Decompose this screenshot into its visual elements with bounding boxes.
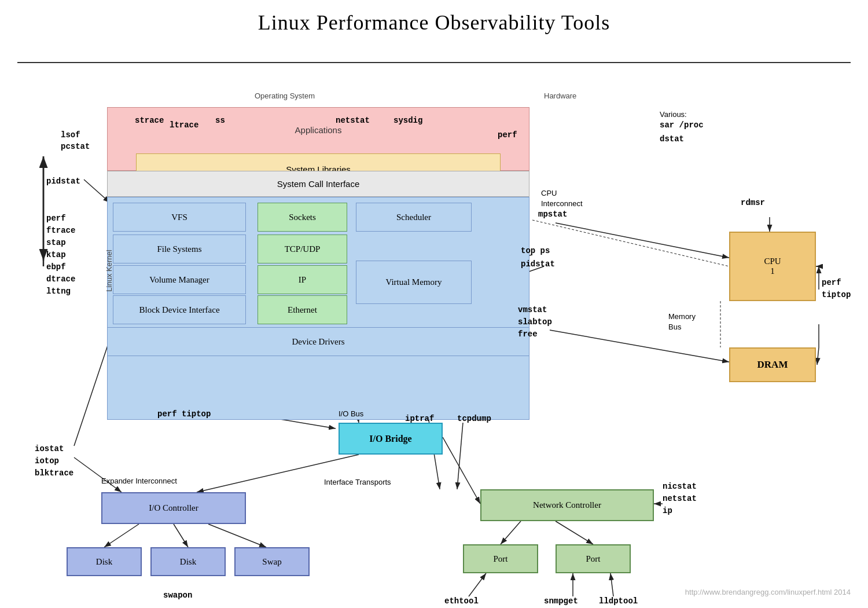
dtrace-l: dtrace (46, 273, 75, 285)
various-label: Various: (660, 110, 687, 119)
sar-proc-label: sar /proc (660, 120, 704, 130)
disk1-box: Disk (67, 547, 142, 576)
svg-line-37 (501, 521, 521, 544)
watermark: http://www.brendangregg.com/linuxperf.ht… (685, 588, 851, 596)
top-ps-label: top ps (521, 246, 550, 255)
port1-box: Port (463, 544, 538, 573)
swap-box: Swap (234, 547, 310, 576)
svg-line-21 (556, 223, 729, 258)
iostat-label: iostat (35, 444, 64, 453)
ebpf-l: ebpf (46, 261, 75, 273)
pcstat-label: pcstat (61, 142, 90, 151)
tcpudp-box: TCP/UDP (258, 235, 347, 263)
netstat-label: netstat (336, 116, 370, 125)
scheduler-box: Scheduler (356, 203, 472, 232)
cpu-box: CPU 1 (729, 232, 816, 301)
file-systems-box: File Systems (113, 235, 246, 263)
hardware-section-label: Hardware (544, 91, 576, 100)
lldptool-label: lldptool (599, 596, 638, 606)
dram-box: DRAM (729, 347, 816, 382)
snmpget-label: snmpget (544, 596, 578, 606)
svg-line-46 (532, 220, 729, 266)
svg-line-9 (84, 180, 110, 203)
os-section-label: Operating System (255, 91, 315, 100)
ktap-l: ktap (46, 249, 75, 261)
swapon-label: swapon (163, 591, 192, 600)
slabtop-label: slabtop (518, 317, 552, 327)
free-label: free (518, 329, 538, 339)
svg-line-33 (174, 524, 188, 547)
ip-tool-label: ip (663, 506, 672, 515)
memory-bus-label: Memory Bus (668, 312, 696, 332)
svg-line-44 (610, 573, 613, 596)
applications-label: Applications (295, 125, 342, 135)
vfs-box: VFS (113, 203, 246, 232)
svg-line-42 (469, 573, 486, 596)
disk2-box: Disk (150, 547, 226, 576)
dstat-label: dstat (660, 134, 684, 144)
iotop-label: iotop (35, 456, 59, 466)
io-bridge-box: I/O Bridge (339, 423, 443, 455)
mpstat-label: mpstat (538, 210, 567, 219)
perf-right-label: perf (498, 130, 517, 140)
svg-line-34 (208, 524, 266, 547)
interface-transports-label: Interface Transports (324, 478, 391, 486)
ethernet-box: Ethernet (258, 295, 347, 324)
ftrace-l: ftrace (46, 225, 75, 237)
svg-line-31 (197, 455, 359, 492)
syscall-label: System Call Interface (108, 171, 529, 196)
nicstat-label: nicstat (663, 482, 697, 491)
port2-box: Port (556, 544, 631, 573)
rdmsr-label: rdmsr (741, 198, 765, 207)
svg-line-41 (457, 423, 463, 489)
strace-label: strace (135, 116, 164, 125)
linux-kernel-label: Linux Kernel (105, 250, 113, 291)
diagram: Operating System Hardware Applications S… (0, 41, 868, 608)
ip-box: IP (258, 265, 347, 294)
tcpdump-label: tcpdump (457, 414, 491, 423)
pidstat2-label: pidstat (521, 259, 555, 269)
network-controller-box: Network Controller (480, 489, 654, 521)
block-device-interface-box: Block Device Interface (113, 295, 246, 324)
svg-line-27 (817, 347, 819, 365)
lsof-label: lsof (61, 130, 80, 140)
lttng-l: lttng (46, 285, 75, 298)
volume-manager-box: Volume Manager (113, 265, 246, 294)
io-bus-label: I/O Bus (339, 409, 363, 418)
svg-line-32 (104, 524, 139, 547)
device-drivers-box: Device Drivers (107, 327, 529, 356)
pidstat-label: pidstat (46, 177, 80, 186)
perf-tiptop-label: perf tiptop (157, 409, 211, 419)
svg-line-35 (74, 457, 122, 492)
sockets-box: Sockets (258, 203, 347, 232)
svg-line-38 (556, 521, 593, 544)
page-title: Linux Performance Observability Tools (0, 0, 868, 41)
netstat2-label: netstat (663, 494, 697, 503)
iptraf-label: iptraf (405, 414, 434, 423)
expander-interconnect-label: Expander Interconnect (101, 477, 177, 485)
svg-line-25 (550, 330, 729, 362)
stap-l: stap (46, 237, 75, 249)
blktrace-label: blktrace (35, 468, 73, 478)
svg-line-30 (443, 437, 480, 504)
cpu-interconnect-label: CPU Interconnect (541, 188, 583, 209)
ethtool-label: ethtool (444, 596, 479, 606)
perf-ftrace-block: perf ftrace stap ktap ebpf dtrace lttng (46, 213, 75, 298)
vmstat-label: vmstat (518, 305, 547, 314)
syscall-layer: System Call Interface (107, 171, 529, 197)
perf-l: perf (46, 213, 75, 225)
ss-label: ss (215, 116, 225, 125)
sysdig-label: sysdig (393, 116, 422, 125)
io-controller-box: I/O Controller (101, 492, 246, 524)
virtual-memory-box: Virtual Memory (356, 261, 472, 304)
ltrace-label: ltrace (170, 120, 198, 130)
perf-tiptop-right-label: perf tiptop (822, 277, 851, 301)
